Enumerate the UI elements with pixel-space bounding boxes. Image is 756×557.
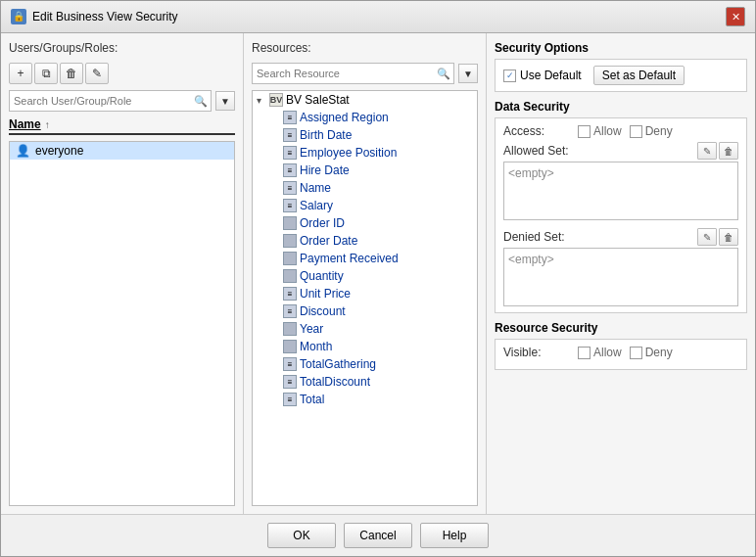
- copy-user-button[interactable]: ⧉: [34, 63, 58, 84]
- security-options-title: Security Options: [495, 41, 747, 55]
- users-toolbar: + ⧉ 🗑 ✎: [9, 63, 109, 84]
- allowed-set-label: Allowed Set:: [503, 144, 569, 158]
- visible-label: Visible:: [503, 346, 572, 359]
- name-column-header: Name: [9, 117, 41, 131]
- data-security-content: Access: Allow Deny: [495, 117, 747, 313]
- denied-set-label: Denied Set:: [503, 230, 565, 244]
- allow-item: Allow: [578, 124, 622, 138]
- resource-security-content: Visible: Allow Deny: [495, 339, 747, 370]
- tree-node-label: Employee Position: [300, 146, 397, 160]
- resource-allow-item: Allow: [578, 346, 622, 359]
- allowed-set-delete-button[interactable]: 🗑: [719, 142, 738, 160]
- resource-security-section: Resource Security Visible: Allow Deny: [495, 321, 747, 370]
- resource-security-title: Resource Security: [495, 321, 747, 335]
- dialog-title: Edit Business View Security: [32, 10, 178, 23]
- tree-node-label: Payment Received: [300, 252, 399, 265]
- folder-icon: [283, 252, 297, 265]
- allowed-set-label-row: Allowed Set: ✎ 🗑: [503, 142, 738, 160]
- tree-node-label: Birth Date: [300, 128, 352, 142]
- field-icon: ≡: [283, 199, 297, 212]
- tree-node-unitprice[interactable]: ≡ Unit Price: [253, 285, 477, 302]
- folder-icon: [283, 216, 297, 230]
- allow-label: Allow: [593, 124, 622, 138]
- tree-node-label: Assigned Region: [300, 111, 389, 124]
- middle-panel: Resources: 🔍 ▼ ▾ BV BV SaleStat ≡: [244, 33, 487, 514]
- tree-node-label: BV SaleStat: [286, 93, 350, 107]
- tree-node-orderdate[interactable]: Order Date: [253, 232, 477, 250]
- field-icon: ≡: [283, 357, 297, 371]
- tree-node-quantity[interactable]: Quantity: [253, 267, 477, 285]
- allowed-set-edit-button[interactable]: ✎: [697, 142, 717, 160]
- resource-search-input[interactable]: [253, 68, 434, 79]
- cancel-button[interactable]: Cancel: [344, 523, 412, 548]
- add-user-button[interactable]: +: [9, 63, 32, 84]
- tree-node-assignedregion[interactable]: ≡ Assigned Region: [253, 109, 477, 126]
- bottom-bar: OK Cancel Help: [1, 514, 755, 556]
- field-icon: ≡: [283, 128, 297, 142]
- visible-row: Visible: Allow Deny: [503, 346, 738, 359]
- close-button[interactable]: ✕: [726, 7, 745, 26]
- data-security-section: Data Security Access: Allow Deny: [495, 100, 747, 313]
- field-icon: ≡: [283, 375, 297, 389]
- tree-node-totalgathering[interactable]: ≡ TotalGathering: [253, 355, 477, 373]
- tree-node-year[interactable]: Year: [253, 320, 477, 338]
- tree-node-name[interactable]: ≡ Name: [253, 179, 477, 197]
- resource-search-box: 🔍: [252, 63, 454, 84]
- resource-allow-checkbox[interactable]: [578, 347, 591, 359]
- left-panel: Users/Groups/Roles: + ⧉ 🗑 ✎ 🔍 ▼ Name ↑: [1, 33, 244, 514]
- tree-node-label: Hire Date: [300, 163, 350, 177]
- resource-allow-label: Allow: [593, 346, 622, 359]
- bv-icon: BV: [269, 93, 283, 107]
- delete-user-button[interactable]: 🗑: [60, 63, 83, 84]
- denied-set-content: <empty>: [503, 248, 738, 306]
- resources-label: Resources:: [252, 41, 478, 55]
- user-search-button[interactable]: 🔍: [191, 91, 211, 111]
- folder-icon: [283, 234, 297, 248]
- tree-node-label: Order Date: [300, 234, 357, 248]
- resource-sort-button[interactable]: ▼: [458, 64, 478, 83]
- tree-node-label: Unit Price: [300, 287, 351, 301]
- help-button[interactable]: Help: [420, 523, 489, 548]
- tree-node-employeeposition[interactable]: ≡ Employee Position: [253, 144, 477, 162]
- folder-icon: [283, 340, 297, 353]
- tree-node-totaldiscount[interactable]: ≡ TotalDiscount: [253, 373, 477, 391]
- tree-node-month[interactable]: Month: [253, 338, 477, 355]
- denied-set-label-row: Denied Set: ✎ 🗑: [503, 228, 738, 246]
- users-list: 👤 everyone: [9, 141, 235, 506]
- tree-node-total[interactable]: ≡ Total: [253, 391, 477, 408]
- allow-checkbox[interactable]: [578, 125, 591, 138]
- use-default-checkbox[interactable]: [503, 70, 516, 82]
- tree-node-orderid[interactable]: Order ID: [253, 214, 477, 232]
- set-as-default-button[interactable]: Set as Default: [593, 66, 685, 85]
- ok-button[interactable]: OK: [267, 523, 336, 548]
- tree-node-discount[interactable]: ≡ Discount: [253, 302, 477, 320]
- user-search-box: 🔍: [9, 90, 212, 112]
- access-allow-deny: Allow Deny: [578, 124, 673, 138]
- sort-arrow-icon[interactable]: ↑: [45, 119, 50, 130]
- field-icon: ≡: [283, 181, 297, 195]
- tree-node-salestat[interactable]: ▾ BV BV SaleStat: [253, 91, 477, 109]
- list-item[interactable]: 👤 everyone: [10, 142, 234, 160]
- expand-icon: ▾: [257, 95, 266, 106]
- use-default-label: Use Default: [520, 69, 582, 82]
- denied-set-delete-button[interactable]: 🗑: [719, 228, 738, 246]
- dialog-body: Users/Groups/Roles: + ⧉ 🗑 ✎ 🔍 ▼ Name ↑: [1, 33, 755, 514]
- tree-node-salary[interactable]: ≡ Salary: [253, 197, 477, 214]
- tree-node-label: Month: [300, 340, 332, 353]
- access-row: Access: Allow Deny: [503, 124, 738, 138]
- resource-deny-label: Deny: [645, 346, 673, 359]
- denied-set-actions: ✎ 🗑: [697, 228, 738, 246]
- denied-set-edit-button[interactable]: ✎: [697, 228, 717, 246]
- use-default-group: Use Default: [503, 69, 582, 82]
- dialog-icon: 🔒: [11, 9, 26, 24]
- deny-checkbox[interactable]: [630, 125, 642, 138]
- tree-node-birthdate[interactable]: ≡ Birth Date: [253, 126, 477, 144]
- tree-node-paymentreceived[interactable]: Payment Received: [253, 250, 477, 267]
- tree-node-hiredate[interactable]: ≡ Hire Date: [253, 162, 477, 179]
- user-search-input[interactable]: [10, 95, 191, 107]
- user-sort-button[interactable]: ▼: [215, 91, 235, 111]
- tree-node-label: TotalGathering: [300, 357, 376, 371]
- resource-search-button[interactable]: 🔍: [434, 64, 453, 83]
- edit-user-button[interactable]: ✎: [85, 63, 109, 84]
- resource-deny-checkbox[interactable]: [630, 347, 642, 359]
